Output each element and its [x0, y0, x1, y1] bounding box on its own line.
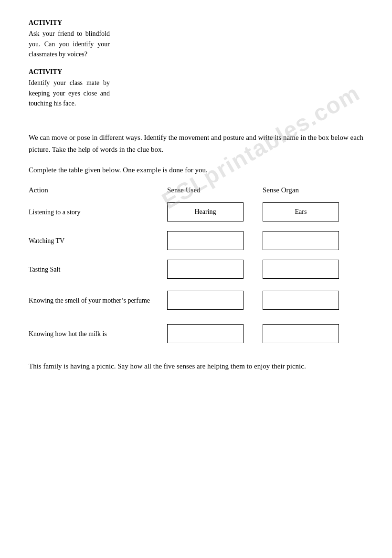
answer-box-sense-used-5[interactable] — [167, 324, 244, 343]
row-sense-organ-5 — [258, 324, 353, 343]
answer-box-sense-organ-5[interactable] — [263, 324, 339, 343]
activity-1-text: Ask your friend to blindfold you. Can yo… — [29, 29, 110, 60]
activity-2-section: ACTIVITY Identify your class mate by kee… — [29, 68, 110, 109]
row-sense-used-5 — [162, 324, 258, 343]
activity-1-section: ACTIVITY Ask your friend to blindfold yo… — [29, 19, 110, 60]
answer-box-sense-organ-4[interactable] — [263, 291, 339, 310]
final-instruction: This family is having a picnic. Say how … — [29, 360, 363, 372]
row-sense-used-3 — [162, 260, 258, 279]
action-label-3: Tasting Salt — [29, 264, 162, 274]
row-sense-used-2 — [162, 231, 258, 250]
answer-box-sense-organ-2[interactable] — [263, 231, 339, 250]
answer-box-sense-used-2[interactable] — [167, 231, 244, 250]
table-row: Tasting Salt — [29, 258, 363, 280]
activity-1-title: ACTIVITY — [29, 19, 110, 27]
answer-box-sense-used-4[interactable] — [167, 291, 244, 310]
row-sense-organ-1: Ears — [258, 202, 353, 221]
action-label-1: Listening to a story — [29, 207, 162, 217]
row-sense-organ-4 — [258, 291, 353, 310]
table-header-row: Action Sense Used Sense Organ — [29, 186, 363, 194]
answer-box-sense-used-1[interactable]: Hearing — [167, 202, 244, 221]
action-label-4: Knowing the smell of your mother’s perfu… — [29, 295, 162, 305]
table-section: Action Sense Used Sense Organ Listening … — [29, 186, 363, 347]
table-row: Knowing the smell of your mother’s perfu… — [29, 287, 363, 314]
table-row: Watching TV — [29, 230, 363, 252]
row-sense-organ-3 — [258, 260, 353, 279]
action-label-5: Knowing how hot the milk is — [29, 329, 162, 339]
table-row: Listening to a story Hearing Ears — [29, 201, 363, 223]
row-sense-used-4 — [162, 291, 258, 310]
col-header-sense-organ: Sense Organ — [258, 186, 353, 194]
action-label-2: Watching TV — [29, 236, 162, 246]
activity-2-text: Identify your class mate by keeping your… — [29, 78, 110, 109]
answer-box-sense-organ-1[interactable]: Ears — [263, 202, 339, 221]
answer-box-sense-organ-3[interactable] — [263, 260, 339, 279]
col-header-sense-used: Sense Used — [162, 186, 258, 194]
row-sense-used-1: Hearing — [162, 202, 258, 221]
col-header-action: Action — [29, 186, 162, 194]
table-instruction: Complete the table given below. One exam… — [29, 164, 363, 176]
answer-box-sense-used-3[interactable] — [167, 260, 244, 279]
main-instruction: We can move or pose in different ways. I… — [29, 132, 363, 156]
table-row: Knowing how hot the milk is — [29, 320, 363, 347]
activity-2-title: ACTIVITY — [29, 68, 110, 76]
row-sense-organ-2 — [258, 231, 353, 250]
